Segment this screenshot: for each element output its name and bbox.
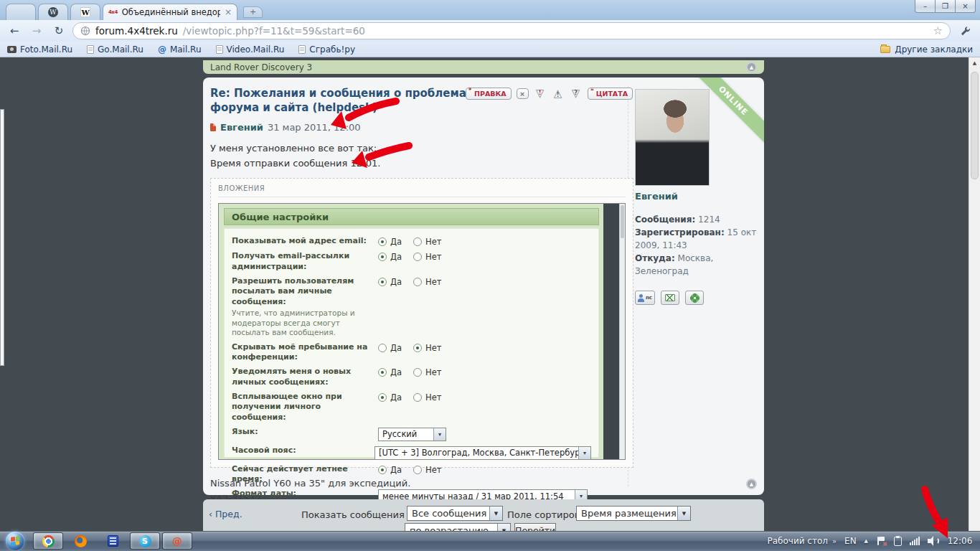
radio-yes[interactable]: Да (378, 392, 402, 402)
scroll-top-button[interactable]: ▲ (746, 62, 757, 72)
bookmark-label: Video.Mail.Ru (227, 44, 285, 55)
attachment-image[interactable]: Общие настройки Показывать мой адрес ema… (218, 203, 626, 460)
scrollbar-thumb[interactable] (971, 72, 979, 179)
close-button[interactable]: × (955, 0, 976, 13)
taskbar-skype-button[interactable]: S (130, 532, 160, 550)
taskbar-mailru-agent-button[interactable]: @ (162, 532, 192, 550)
screen: W W 4x4 Объединённый внедоро... × + – ❐ … (0, 0, 980, 551)
sort-direction-select[interactable]: по возрастанию ▼ (405, 523, 511, 531)
reload-button[interactable]: ↻ (50, 23, 67, 39)
post-author-link[interactable]: Евгений (220, 122, 263, 133)
wrench-icon (960, 26, 971, 37)
action-center-icon[interactable]: ✕ (876, 536, 886, 546)
new-tab-button[interactable]: + (243, 6, 263, 18)
radio-icon (378, 237, 387, 246)
radio-no[interactable]: Нет (413, 392, 441, 402)
tray-clipboard-icon[interactable] (894, 537, 902, 546)
radio-yes[interactable]: Да (378, 465, 402, 475)
wrench-menu-button[interactable] (956, 23, 974, 39)
screenshot-dark-margin (603, 204, 619, 459)
firefox-icon (75, 535, 87, 547)
bookmark-star-icon[interactable]: ☆ (933, 24, 943, 37)
warn-user-button[interactable]: △ ! (552, 88, 565, 100)
tab-close-icon[interactable]: × (225, 9, 232, 16)
radio-no[interactable]: Нет (413, 252, 441, 262)
sort-field-select[interactable]: Время размещения ▼ (576, 506, 691, 521)
post-body: У меня установленно все вот так: Время о… (210, 141, 628, 171)
page-icon (216, 45, 223, 54)
minimize-button[interactable]: – (915, 0, 936, 13)
show-hidden-icons-button[interactable]: ▲ (864, 538, 868, 544)
start-button[interactable] (6, 532, 24, 550)
delete-post-button[interactable]: × (517, 88, 529, 99)
quote-button[interactable]: ❝ЦИТАТА (588, 88, 633, 100)
private-message-button[interactable]: пс (635, 291, 655, 305)
radio-no[interactable]: Нет (413, 277, 441, 287)
profile-username[interactable]: Евгений (635, 191, 758, 202)
radio-yes[interactable]: Да (378, 367, 402, 377)
radio-icon (413, 466, 422, 474)
back-button[interactable]: ← (6, 23, 23, 39)
radio-yes[interactable]: Да (378, 252, 402, 262)
tab-1[interactable] (6, 4, 36, 20)
go-button[interactable]: Перейти (514, 523, 556, 531)
desktop-toolbar-label[interactable]: Рабочий стол (767, 536, 827, 546)
taskbar-firefox-button[interactable] (65, 532, 95, 550)
forward-button[interactable]: → (28, 23, 45, 39)
camera-icon (7, 46, 17, 53)
url-host: forum.4x4trek.ru (95, 25, 178, 37)
radio-yes[interactable]: Да (378, 277, 402, 287)
radio-no[interactable]: Нет (413, 367, 441, 377)
page-icon (87, 45, 94, 54)
network-signal-icon[interactable] (910, 537, 920, 545)
bookmark-video-mailru[interactable]: Video.Mail.Ru (216, 44, 285, 55)
tab-active[interactable]: 4x4 Объединённый внедоро... × (103, 4, 237, 20)
taskbar-chrome-button[interactable] (33, 532, 63, 550)
toolbar-chevron-icon[interactable]: » (832, 537, 837, 545)
information-button[interactable]: ▽ ? (570, 88, 583, 100)
tab-3[interactable]: W (70, 4, 100, 20)
radio-no[interactable]: Нет (413, 465, 441, 475)
other-bookmarks-button[interactable]: Другие закладки (880, 44, 973, 55)
setting-select[interactable]: Русский▾ (378, 428, 446, 441)
scrollbar-up-arrow[interactable]: ▲ (969, 57, 980, 69)
show-posts-select[interactable]: Все сообщения ▼ (407, 506, 503, 521)
setting-select[interactable]: [UTC + 3] Волгоград, Москва, Санкт-Петер… (374, 446, 591, 460)
icq-button[interactable] (685, 291, 704, 305)
edit-button[interactable]: *ПРАВКА (466, 88, 512, 100)
volume-icon[interactable] (928, 536, 939, 546)
profile-stats: Сообщения: 1214 Зарегистрирован: 15 окт … (635, 213, 758, 278)
setting-control: ДаНет (378, 464, 441, 485)
bookmark-foto-mailru[interactable]: Foto.Mail.Ru (7, 44, 72, 55)
radio-no[interactable]: Нет (413, 237, 441, 247)
bookmark-sgrab[interactable]: Сграбь!ру (298, 44, 355, 55)
taskbar-app-button[interactable] (98, 532, 128, 550)
bookmark-mailru[interactable]: @ Mail.Ru (158, 44, 202, 55)
settings-row: Получать email-рассылки администрации:Да… (232, 249, 591, 274)
radio-yes[interactable]: Да (378, 343, 402, 353)
settings-row: Показывать мой адрес email:ДаНет (232, 234, 591, 249)
dropdown-arrow-icon: ▼ (489, 507, 502, 520)
setting-label: Показывать мой адрес email: (232, 236, 369, 247)
contact-buttons: пс (635, 291, 758, 305)
email-button[interactable] (661, 291, 679, 305)
radio-icon (378, 368, 387, 377)
page-scrollbar[interactable]: ▲ (969, 57, 980, 531)
language-indicator[interactable]: EN (844, 536, 857, 546)
setting-control: ДаНет (378, 251, 441, 272)
taskbar-clock[interactable]: 12:06 (947, 536, 973, 546)
post-body-line: Время отправки сообщения 12-01. (210, 156, 628, 171)
radio-icon (413, 393, 422, 402)
bookmark-go-mailru[interactable]: Go.Mail.Ru (87, 44, 143, 55)
tab-2[interactable]: W (38, 4, 68, 20)
settings-row: Сейчас действует летнее время:ДаНет (232, 462, 591, 487)
dropdown-arrow-icon: ▼ (497, 524, 510, 531)
maximize-button[interactable]: ❐ (935, 0, 956, 13)
radio-yes[interactable]: Да (378, 237, 402, 247)
radio-no[interactable]: Нет (413, 343, 441, 353)
report-post-button[interactable]: ▽ ! (534, 88, 547, 100)
scroll-top-button[interactable]: ▲ (746, 479, 757, 489)
previous-page-link[interactable]: ‹ Пред. (209, 509, 242, 519)
setting-control: ДаНет (378, 236, 441, 247)
address-bar[interactable]: forum.4x4trek.ru/viewtopic.php?f=11&t=59… (72, 22, 951, 39)
